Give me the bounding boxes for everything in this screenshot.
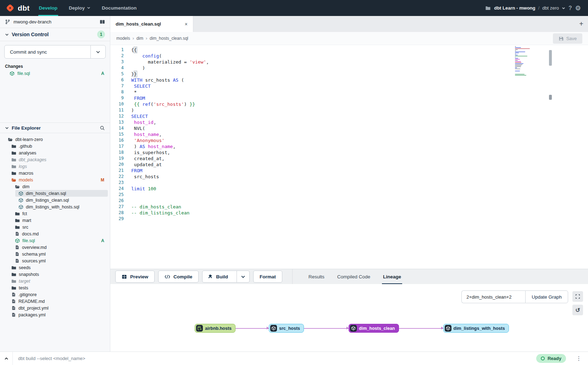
editor-scrollbar[interactable] bbox=[548, 45, 553, 269]
tree-item-analyses[interactable]: analyses bbox=[0, 149, 110, 156]
folder-open-icon bbox=[8, 137, 13, 142]
file-explorer-header[interactable]: File Explorer bbox=[0, 122, 110, 133]
tree-item-packages-yml[interactable]: packages.yml bbox=[0, 311, 110, 318]
fullscreen-button[interactable] bbox=[572, 291, 583, 302]
tree-item-target[interactable]: target bbox=[0, 278, 110, 284]
scrollbar-thumb[interactable] bbox=[549, 50, 552, 66]
tree-item-docs-md[interactable]: docs.md bbox=[0, 230, 110, 237]
build-button[interactable]: Build bbox=[202, 271, 250, 283]
tree-item-dim[interactable]: dim bbox=[0, 183, 110, 190]
tree-item-fct[interactable]: fct bbox=[0, 210, 110, 217]
build-button-main[interactable]: Build bbox=[203, 274, 233, 279]
preview-button[interactable]: Preview bbox=[115, 271, 155, 283]
update-graph-button[interactable]: Update Graph bbox=[525, 290, 568, 303]
folder-icon bbox=[11, 164, 16, 169]
tree-item-models[interactable]: modelsM bbox=[0, 176, 110, 183]
command-bar: Ready ⋮ bbox=[0, 352, 588, 365]
close-icon[interactable]: × bbox=[185, 21, 188, 27]
tab-compiled-code[interactable]: Compiled Code bbox=[336, 269, 371, 284]
code-line: 28-- dim_listings_clean bbox=[110, 210, 588, 216]
commit-options-chevron[interactable] bbox=[90, 45, 105, 58]
tree-item-macros[interactable]: macros bbox=[0, 170, 110, 176]
save-button[interactable]: Save bbox=[553, 33, 582, 44]
folder-open-icon bbox=[15, 184, 20, 189]
lineage-node-dim-listings-with-hosts[interactable]: dim_listings_with_hosts bbox=[443, 324, 509, 333]
tree-item-overview-md[interactable]: overview.md bbox=[0, 244, 110, 251]
tree-item-tests[interactable]: tests bbox=[0, 284, 110, 291]
tree-item-mart[interactable]: mart bbox=[0, 217, 110, 224]
tree-item--github[interactable]: .github bbox=[0, 143, 110, 149]
project-switcher[interactable]: dbt Learn - mwong / dbt zero bbox=[494, 5, 565, 11]
tree-item-dbt-project-yml[interactable]: dbt_project.yml bbox=[0, 305, 110, 311]
tree-item-file-sql[interactable]: file.sqlA bbox=[0, 237, 110, 244]
format-button[interactable]: Format bbox=[253, 271, 282, 283]
breadcrumb-row: models dim dim_hosts_clean.sql Save bbox=[110, 32, 588, 45]
line-number: 4 bbox=[110, 65, 124, 71]
breadcrumb-file: dim_hosts_clean.sql bbox=[143, 36, 188, 41]
chevron-up-icon[interactable] bbox=[0, 352, 13, 365]
lineage-node-label: dim_hosts_clean bbox=[359, 326, 395, 331]
docs-panel-icon[interactable] bbox=[100, 19, 105, 24]
line-number: 28 bbox=[110, 210, 124, 216]
model-cube-icon bbox=[270, 325, 277, 332]
tree-item-dim-listings-with-hosts-sql[interactable]: dim_listings_with_hosts.sql bbox=[0, 203, 110, 210]
line-number: 21 bbox=[110, 168, 124, 174]
tree-item-snapshots[interactable]: snapshots bbox=[0, 271, 110, 278]
file-icon bbox=[15, 231, 20, 236]
editor-minimap[interactable] bbox=[515, 46, 532, 77]
hammer-icon bbox=[208, 274, 213, 279]
save-label: Save bbox=[566, 36, 577, 41]
tree-item--gitignore[interactable]: .gitignore bbox=[0, 291, 110, 298]
kebab-menu-icon[interactable]: ⋮ bbox=[576, 356, 582, 361]
tab-results[interactable]: Results bbox=[307, 269, 326, 284]
tree-item-readme-md[interactable]: README.md bbox=[0, 298, 110, 305]
folder-icon bbox=[11, 279, 16, 284]
branch-selector[interactable]: mwong-dev-branch bbox=[0, 16, 110, 28]
file-icon bbox=[11, 292, 16, 297]
search-icon[interactable] bbox=[100, 125, 105, 131]
command-input[interactable] bbox=[13, 352, 536, 365]
help-icon[interactable]: ? bbox=[568, 5, 572, 11]
commit-button-label[interactable]: Commit and sync bbox=[5, 45, 90, 58]
tree-item-sources-yml[interactable]: sources.yml bbox=[0, 257, 110, 264]
changed-file-row[interactable]: file.sql A bbox=[0, 70, 110, 77]
nav-right: dbt Learn - mwong / dbt zero ? ⚙ bbox=[485, 4, 588, 12]
tree-item-src[interactable]: src bbox=[0, 224, 110, 230]
lineage-node-airbnb-hosts[interactable]: airbnb.hosts bbox=[195, 324, 235, 333]
line-number: 17 bbox=[110, 143, 124, 149]
code-line: 26 bbox=[110, 198, 588, 204]
lineage-selector-input[interactable] bbox=[461, 290, 525, 303]
line-number: 25 bbox=[110, 192, 124, 198]
tab-lineage[interactable]: Lineage bbox=[382, 269, 402, 284]
compile-button[interactable]: Compile bbox=[158, 271, 199, 283]
tree-item-logs[interactable]: logs bbox=[0, 163, 110, 170]
nav-item-deploy[interactable]: Deploy bbox=[69, 0, 90, 16]
folder-icon bbox=[485, 5, 491, 11]
tree-item-dbt-packages[interactable]: dbt_packages bbox=[0, 156, 110, 163]
tree-item-label: dbt_project.yml bbox=[18, 306, 49, 311]
reset-view-button[interactable]: ↺ bbox=[572, 305, 583, 315]
tree-item-dbt-learn-zero[interactable]: dbt-learn-zero bbox=[0, 136, 110, 143]
line-number: 7 bbox=[110, 83, 124, 89]
breadcrumb-models: models bbox=[116, 36, 130, 41]
commit-and-sync-button[interactable]: Commit and sync bbox=[4, 45, 106, 59]
gear-icon[interactable]: ⚙ bbox=[575, 4, 581, 12]
tab-dim-hosts-clean[interactable]: dim_hosts_clean.sql × bbox=[110, 16, 193, 32]
nav-item-documentation[interactable]: Documentation bbox=[102, 0, 137, 16]
lineage-panel: Update Graph ↺ airbnb.hostssrc_hostsdim_… bbox=[110, 284, 588, 352]
version-control-header[interactable]: Version Control 1 bbox=[0, 28, 110, 41]
code-line: 18 is_superhost, bbox=[110, 149, 588, 156]
tree-item-seeds[interactable]: seeds bbox=[0, 264, 110, 271]
tree-item-schema-yml[interactable]: schema.yml bbox=[0, 251, 110, 257]
lineage-node-src-hosts[interactable]: src_hosts bbox=[269, 324, 304, 333]
dbt-logo[interactable]: dbt bbox=[0, 3, 39, 13]
tree-item-dim-listings-clean-sql[interactable]: dim_listings_clean.sql bbox=[0, 197, 110, 203]
new-tab-button[interactable]: + bbox=[579, 16, 583, 32]
line-number: 29 bbox=[110, 216, 124, 222]
lineage-node-dim-hosts-clean[interactable]: dim_hosts_clean bbox=[349, 324, 399, 333]
code-line: 24limit 100 bbox=[110, 186, 588, 192]
build-options-chevron[interactable] bbox=[237, 271, 249, 282]
nav-item-develop[interactable]: Develop bbox=[39, 0, 58, 16]
code-editor[interactable]: 1{{2 config(3 materialized = 'view',4 )5… bbox=[110, 45, 588, 269]
tree-item-dim-hosts-clean-sql[interactable]: dim_hosts_clean.sql bbox=[0, 190, 110, 197]
